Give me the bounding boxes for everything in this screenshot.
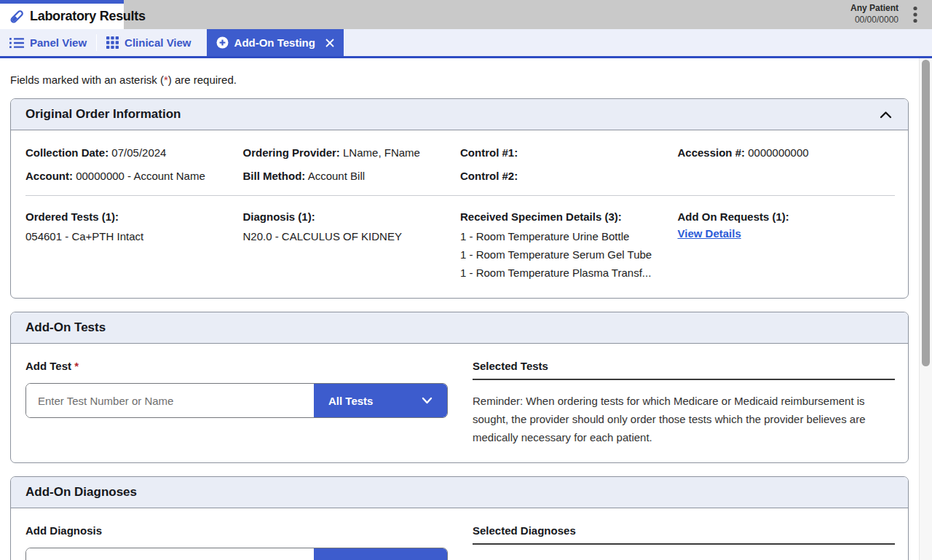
add-on-tests-panel: Add-On Tests Add Test * All Tests bbox=[10, 312, 909, 463]
list-icon bbox=[9, 37, 24, 49]
patient-info: Any Patient 00/00/0000 bbox=[850, 3, 899, 25]
field-label: Control #1: bbox=[460, 146, 518, 159]
app-brand: Laboratory Results bbox=[0, 0, 124, 29]
ordering-provider-field: Ordering Provider: LName, FName bbox=[243, 146, 461, 159]
selected-tests-column: Selected Tests Reminder: When ordering t… bbox=[473, 360, 895, 446]
chevron-down-icon bbox=[422, 397, 433, 404]
diagnosis-item: N20.0 - CALCULUS OF KIDNEY bbox=[243, 227, 461, 245]
selected-tests-heading: Selected Tests bbox=[473, 360, 895, 380]
ordered-tests-column: Ordered Tests (1): 054601 - Ca+PTH Intac… bbox=[25, 210, 243, 282]
patient-dob: 00/00/0000 bbox=[850, 15, 899, 26]
column-label: Diagnosis (1): bbox=[243, 210, 461, 223]
all-tests-dropdown-button[interactable]: All Tests bbox=[314, 384, 447, 417]
tab-add-on-testing[interactable]: Add-On Testing bbox=[207, 29, 344, 56]
kebab-menu-icon[interactable] bbox=[909, 4, 922, 25]
tab-bar: Panel View Clinical View Add-On Testing bbox=[0, 29, 932, 58]
field-value: 0000000000 bbox=[748, 146, 808, 159]
add-test-column: Add Test * All Tests bbox=[25, 360, 448, 446]
required-fields-note: Fields marked with an asterisk (*) are r… bbox=[10, 74, 909, 86]
bill-method-field: Bill Method: Account Bill bbox=[243, 170, 461, 182]
add-on-requests-column: Add On Requests (1): View Details bbox=[678, 210, 896, 282]
account-field: Account: 00000000 - Account Name bbox=[25, 170, 243, 182]
diagnosis-search-input[interactable] bbox=[26, 548, 314, 560]
control-2-field: Control #2: bbox=[460, 170, 678, 182]
specimen-item: 1 - Room Temperature Serum Gel Tube bbox=[460, 245, 678, 264]
field-value: LName, FName bbox=[343, 146, 420, 159]
collection-date-field: Collection Date: 07/05/2024 bbox=[25, 146, 243, 159]
plus-circle-icon bbox=[216, 36, 229, 49]
button-label: All Tests bbox=[328, 395, 373, 407]
test-tube-icon bbox=[9, 9, 25, 25]
diagnosis-column: Diagnosis (1): N20.0 - CALCULUS OF KIDNE… bbox=[243, 210, 461, 282]
tab-label: Add-On Testing bbox=[234, 36, 315, 49]
collapse-chevron-up-icon[interactable] bbox=[878, 111, 893, 119]
add-test-input-group: All Tests bbox=[25, 383, 448, 418]
add-test-label: Add Test * bbox=[25, 360, 79, 372]
field-value: 07/05/2024 bbox=[111, 146, 166, 159]
field-label: Control #2: bbox=[460, 170, 518, 182]
section-divider bbox=[25, 195, 895, 196]
column-label: Ordered Tests (1): bbox=[25, 210, 243, 223]
add-diagnosis-input-group bbox=[25, 548, 448, 560]
grid-icon bbox=[106, 36, 119, 49]
panel-title: Add-On Tests bbox=[25, 320, 106, 335]
view-details-link[interactable]: View Details bbox=[678, 227, 741, 240]
medicare-reminder-text: Reminder: When ordering tests for which … bbox=[473, 392, 895, 446]
selected-diagnoses-column: Selected Diagnoses bbox=[473, 524, 895, 560]
label-text: Add Test bbox=[25, 360, 71, 372]
field-value: Account Bill bbox=[308, 170, 365, 182]
field-label: Account: bbox=[25, 170, 73, 182]
panel-title: Original Order Information bbox=[25, 107, 181, 122]
scrollbar-thumb[interactable] bbox=[922, 60, 930, 366]
note-text: ) are required. bbox=[168, 74, 237, 86]
selected-diagnoses-heading: Selected Diagnoses bbox=[473, 524, 895, 545]
field-label: Accession #: bbox=[678, 146, 746, 159]
accession-field: Accession #: 0000000000 bbox=[678, 146, 896, 159]
field-label: Collection Date: bbox=[25, 146, 108, 159]
column-label: Received Specimen Details (3): bbox=[460, 210, 678, 223]
ordered-test-item: 054601 - Ca+PTH Intact bbox=[25, 227, 243, 245]
test-search-input[interactable] bbox=[26, 384, 314, 417]
add-on-tests-header: Add-On Tests bbox=[11, 312, 908, 344]
note-text: Fields marked with an asterisk ( bbox=[10, 74, 164, 86]
close-tab-icon[interactable] bbox=[325, 39, 334, 47]
order-details-grid: Ordered Tests (1): 054601 - Ca+PTH Intac… bbox=[25, 210, 895, 282]
empty-cell bbox=[678, 170, 896, 182]
add-on-diagnoses-panel: Add-On Diagnoses Add Diagnosis Selected … bbox=[10, 476, 909, 560]
field-label: Ordering Provider: bbox=[243, 146, 340, 159]
vertical-scrollbar[interactable] bbox=[919, 58, 932, 560]
order-summary-grid: Collection Date: 07/05/2024 Ordering Pro… bbox=[25, 146, 895, 182]
tab-clinical-view[interactable]: Clinical View bbox=[97, 29, 200, 56]
control-1-field: Control #1: bbox=[460, 146, 678, 159]
field-label: Bill Method: bbox=[243, 170, 306, 182]
specimen-item: 1 - Room Temperature Plasma Transf... bbox=[460, 264, 678, 282]
field-value: 00000000 - Account Name bbox=[76, 170, 205, 182]
add-on-diagnoses-header: Add-On Diagnoses bbox=[11, 477, 908, 508]
original-order-panel: Original Order Information Collection Da… bbox=[10, 98, 909, 299]
original-order-header[interactable]: Original Order Information bbox=[11, 99, 908, 130]
tab-label: Clinical View bbox=[125, 36, 191, 49]
add-diagnosis-label: Add Diagnosis bbox=[25, 524, 102, 537]
received-specimens-column: Received Specimen Details (3): 1 - Room … bbox=[460, 210, 678, 282]
main-content: Fields marked with an asterisk (*) are r… bbox=[0, 58, 932, 560]
app-title: Laboratory Results bbox=[30, 9, 146, 24]
top-bar: Laboratory Results Any Patient 00/00/000… bbox=[0, 0, 932, 29]
diagnosis-filter-button[interactable] bbox=[314, 548, 447, 560]
patient-name: Any Patient bbox=[850, 3, 899, 15]
add-diagnosis-column: Add Diagnosis bbox=[25, 524, 448, 560]
tab-label: Panel View bbox=[30, 36, 87, 49]
specimen-item: 1 - Room Temperature Urine Bottle bbox=[460, 227, 678, 245]
column-label: Add On Requests (1): bbox=[678, 210, 896, 223]
required-asterisk: * bbox=[74, 360, 79, 372]
panel-title: Add-On Diagnoses bbox=[25, 485, 137, 500]
tab-panel-view[interactable]: Panel View bbox=[0, 29, 96, 56]
